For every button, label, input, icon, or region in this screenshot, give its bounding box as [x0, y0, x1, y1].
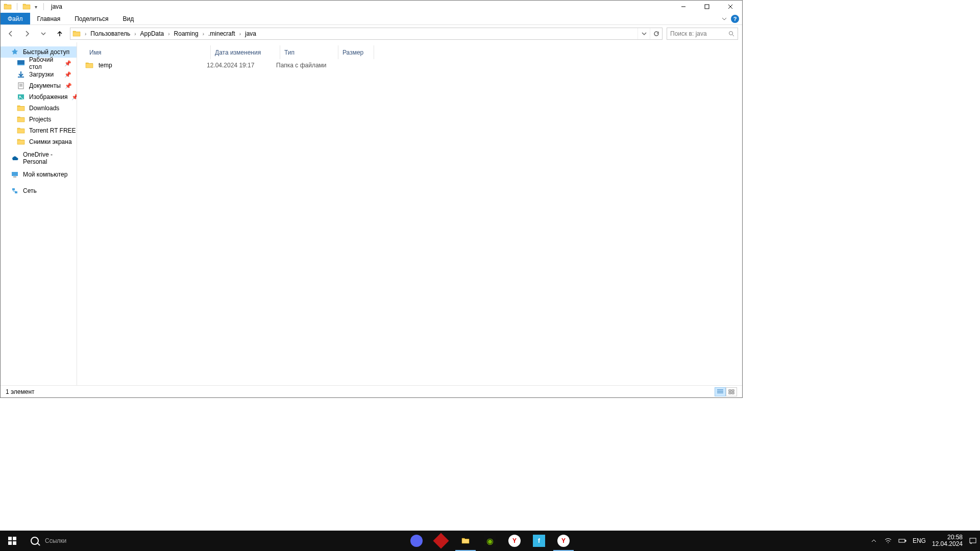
view-large-button[interactable] — [726, 387, 737, 396]
qat-folder-icon[interactable] — [22, 3, 31, 11]
tab-share[interactable]: Поделиться — [67, 13, 115, 24]
nav-desktop[interactable]: Рабочий стол📌 — [1, 58, 77, 69]
back-button[interactable] — [5, 28, 17, 40]
chevron-right-icon[interactable]: › — [166, 31, 172, 37]
crumb-java[interactable]: java — [243, 30, 258, 37]
nav-this-pc[interactable]: Мой компьютер — [1, 169, 77, 180]
pin-icon: 📌 — [64, 71, 71, 78]
taskbar-search[interactable]: Ссылки — [24, 531, 208, 551]
col-name[interactable]: Имя — [85, 45, 211, 59]
taskbar-nvidia[interactable]: ◉ — [478, 531, 502, 551]
svg-point-1 — [729, 32, 733, 35]
folder-icon — [17, 115, 25, 123]
downloads-icon — [17, 70, 25, 79]
search-icon — [31, 537, 39, 545]
chevron-right-icon[interactable]: › — [237, 31, 243, 37]
svg-rect-3 — [17, 64, 24, 65]
chevron-right-icon[interactable]: › — [83, 31, 88, 37]
ribbon-expand-icon[interactable] — [722, 16, 727, 21]
battery-icon[interactable] — [898, 537, 906, 545]
documents-icon — [17, 82, 25, 90]
chevron-right-icon[interactable]: › — [132, 31, 138, 37]
col-modified[interactable]: Дата изменения — [211, 45, 280, 59]
qat-dropdown-icon[interactable]: ▾ — [34, 4, 38, 10]
close-button[interactable] — [719, 1, 742, 13]
tray-chevron-icon[interactable] — [870, 537, 878, 545]
file-type: Папка с файлами — [272, 62, 330, 69]
view-details-button[interactable] — [715, 387, 726, 396]
taskbar-app-f[interactable]: f — [527, 531, 551, 551]
nav-downloads-en[interactable]: Downloads — [1, 103, 77, 114]
pc-icon — [11, 170, 19, 179]
refresh-button[interactable] — [650, 28, 662, 39]
nav-documents[interactable]: Документы📌 — [1, 80, 77, 91]
help-button[interactable]: ? — [731, 15, 739, 23]
file-row[interactable]: temp 12.04.2024 19:17 Папка с файлами — [77, 60, 742, 71]
nav-torrent[interactable]: Torrent RT FREE — [1, 125, 77, 136]
tab-view[interactable]: Вид — [115, 13, 141, 24]
minimize-button[interactable] — [672, 1, 695, 13]
address-dropdown[interactable] — [638, 28, 650, 39]
qat-separator — [43, 3, 44, 10]
taskbar-app-red[interactable] — [429, 531, 453, 551]
pin-icon: 📌 — [64, 60, 71, 67]
nav-pictures[interactable]: Изображения📌 — [1, 91, 77, 103]
search-placeholder: Поиск в: java — [670, 30, 707, 37]
col-size[interactable]: Размер — [338, 45, 374, 59]
language-indicator[interactable]: ENG — [913, 537, 926, 544]
taskbar-yandex-2[interactable]: Y — [551, 531, 576, 551]
taskbar-yandex[interactable]: Y — [502, 531, 527, 551]
crumb-roaming[interactable]: Roaming — [172, 30, 201, 37]
tab-home[interactable]: Главная — [30, 13, 68, 24]
crumb-appdata[interactable]: AppData — [138, 30, 166, 37]
title-bar: ▾ java — [1, 1, 742, 13]
nav-row: › Пользователь› AppData› Roaming› .minec… — [1, 25, 742, 42]
svg-rect-14 — [732, 392, 734, 394]
titlebar-folder-icon — [4, 3, 12, 11]
taskbar-explorer[interactable] — [453, 531, 478, 551]
folder-icon — [17, 127, 25, 135]
taskbar-discord[interactable] — [404, 531, 429, 551]
start-button[interactable] — [0, 531, 24, 551]
star-icon — [11, 48, 19, 56]
column-headers: Имя Дата изменения Тип Размер — [77, 45, 742, 60]
nav-network[interactable]: Сеть — [1, 185, 77, 196]
svg-rect-4 — [18, 83, 23, 89]
svg-rect-9 — [12, 188, 15, 190]
address-folder-icon — [72, 30, 81, 38]
col-type[interactable]: Тип — [280, 45, 338, 59]
nav-pane[interactable]: Быстрый доступ Рабочий стол📌 Загрузки📌 Д… — [1, 42, 77, 385]
folder-icon — [85, 61, 93, 69]
qat-separator — [17, 3, 17, 10]
crumb-minecraft[interactable]: .minecraft — [206, 30, 237, 37]
tab-file[interactable]: Файл — [1, 13, 30, 24]
address-bar[interactable]: › Пользователь› AppData› Roaming› .minec… — [70, 28, 663, 40]
svg-rect-18 — [13, 541, 16, 545]
svg-rect-12 — [732, 390, 734, 391]
cloud-icon — [11, 154, 19, 162]
search-box[interactable]: Поиск в: java — [667, 28, 738, 40]
chevron-right-icon[interactable]: › — [201, 31, 206, 37]
up-button[interactable] — [54, 28, 66, 40]
nav-downloads-ru[interactable]: Загрузки📌 — [1, 69, 77, 80]
nav-screenshots[interactable]: Снимки экрана — [1, 136, 77, 147]
wifi-icon[interactable] — [884, 537, 892, 545]
notifications-icon[interactable] — [969, 537, 977, 545]
nav-onedrive[interactable]: OneDrive - Personal — [1, 153, 77, 164]
file-name: temp — [99, 62, 112, 69]
explorer-window: ▾ java Файл Главная Поделиться Вид ? › П… — [0, 0, 743, 398]
nav-projects[interactable]: Projects — [1, 114, 77, 125]
network-icon — [11, 187, 19, 195]
tray-clock[interactable]: 20:58 12.04.2024 — [932, 534, 963, 547]
forward-button[interactable] — [21, 28, 33, 40]
recent-dropdown[interactable] — [37, 28, 50, 40]
folder-icon — [17, 138, 25, 146]
svg-rect-7 — [12, 172, 18, 176]
crumb-user[interactable]: Пользователь — [88, 30, 132, 37]
taskbar: Ссылки ◉ Y f Y ENG 20:58 12.04.2024 — [0, 531, 980, 551]
taskbar-search-text: Ссылки — [45, 537, 66, 544]
taskbar-apps: ◉ Y f Y — [404, 531, 576, 551]
svg-rect-16 — [13, 537, 16, 540]
svg-rect-0 — [705, 5, 709, 9]
maximize-button[interactable] — [695, 1, 719, 13]
